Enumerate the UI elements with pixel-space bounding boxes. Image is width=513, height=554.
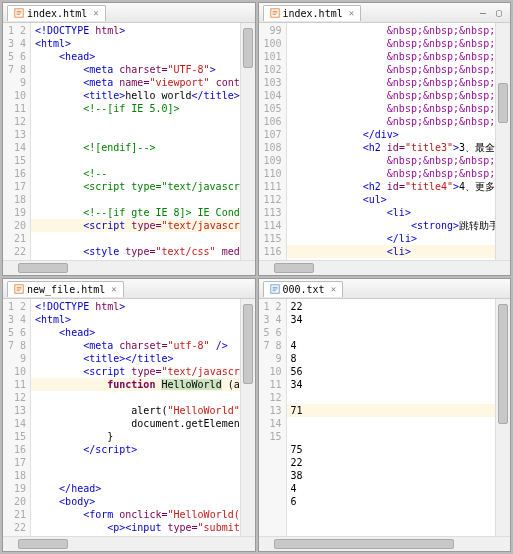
- tab-index-html[interactable]: index.html ✕: [7, 5, 106, 21]
- vertical-scrollbar[interactable]: [495, 299, 510, 536]
- maximize-icon[interactable]: ▢: [492, 6, 506, 20]
- pane-bottom-left: new_file.html ✕ 1 2 3 4 5 6 7 8 9 10 11 …: [2, 278, 256, 552]
- horizontal-scrollbar[interactable]: [259, 260, 511, 275]
- tab-bar: 000.txt ✕: [259, 279, 511, 299]
- code-editor[interactable]: 1 2 3 4 5 6 7 8 9 10 11 12 13 14 15 16 1…: [3, 299, 255, 536]
- vertical-scrollbar[interactable]: [495, 23, 510, 260]
- close-icon[interactable]: ✕: [93, 8, 98, 18]
- tab-index-html[interactable]: index.html ✕: [263, 5, 362, 21]
- tab-label: index.html: [27, 8, 87, 19]
- code-area[interactable]: <!DOCTYPE html> <html> <head> <meta char…: [31, 299, 240, 536]
- tab-new-file-html[interactable]: new_file.html ✕: [7, 281, 124, 297]
- code-editor[interactable]: 99 100 101 102 103 104 105 106 107 108 1…: [259, 23, 511, 260]
- tab-label: new_file.html: [27, 284, 105, 295]
- code-area[interactable]: 22 34 4 8 56 34 71 75 22 38 4 6: [287, 299, 496, 536]
- vertical-scrollbar[interactable]: [240, 23, 255, 260]
- close-icon[interactable]: ✕: [111, 284, 116, 294]
- pane-top-left: index.html ✕ 1 2 3 4 5 6 7 8 9 10 11 12 …: [2, 2, 256, 276]
- tab-label: 000.txt: [283, 284, 325, 295]
- pane-bottom-right: 000.txt ✕ 1 2 3 4 5 6 7 8 9 10 11 12 13 …: [258, 278, 512, 552]
- code-editor[interactable]: 1 2 3 4 5 6 7 8 9 10 11 12 13 14 15 22 3…: [259, 299, 511, 536]
- html-file-icon: [14, 8, 24, 18]
- tab-bar: index.html ✕: [3, 3, 255, 23]
- text-file-icon: [270, 284, 280, 294]
- horizontal-scrollbar[interactable]: [3, 260, 255, 275]
- tab-label: index.html: [283, 8, 343, 19]
- line-gutter: 1 2 3 4 5 6 7 8 9 10 11 12 13 14 15: [259, 299, 287, 536]
- vertical-scrollbar[interactable]: [240, 299, 255, 536]
- minimize-icon[interactable]: —: [476, 6, 490, 20]
- tab-000-txt[interactable]: 000.txt ✕: [263, 281, 344, 297]
- tab-bar: new_file.html ✕: [3, 279, 255, 299]
- html-file-icon: [270, 8, 280, 18]
- close-icon[interactable]: ✕: [349, 8, 354, 18]
- close-icon[interactable]: ✕: [331, 284, 336, 294]
- tab-bar: index.html ✕ — ▢: [259, 3, 511, 23]
- horizontal-scrollbar[interactable]: [259, 536, 511, 551]
- code-editor[interactable]: 1 2 3 4 5 6 7 8 9 10 11 12 13 14 15 16 1…: [3, 23, 255, 260]
- line-gutter: 1 2 3 4 5 6 7 8 9 10 11 12 13 14 15 16 1…: [3, 23, 31, 260]
- code-area[interactable]: <!DOCTYPE html> <html> <head> <meta char…: [31, 23, 240, 260]
- line-gutter: 1 2 3 4 5 6 7 8 9 10 11 12 13 14 15 16 1…: [3, 299, 31, 536]
- line-gutter: 99 100 101 102 103 104 105 106 107 108 1…: [259, 23, 287, 260]
- pane-top-right: index.html ✕ — ▢ 99 100 101 102 103 104 …: [258, 2, 512, 276]
- code-area[interactable]: &nbsp;&nbsp;&nbsp;&nbsp; &nbsp;&nbsp;&nb…: [287, 23, 496, 260]
- html-file-icon: [14, 284, 24, 294]
- editor-grid: index.html ✕ 1 2 3 4 5 6 7 8 9 10 11 12 …: [0, 0, 513, 554]
- horizontal-scrollbar[interactable]: [3, 536, 255, 551]
